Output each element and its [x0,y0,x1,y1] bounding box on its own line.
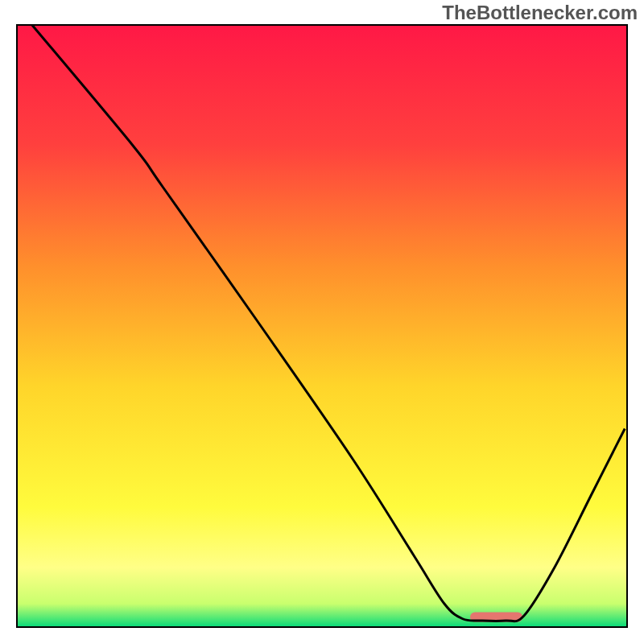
chart-container: TheBottlenecker.com [0,0,644,644]
bottleneck-chart [16,24,628,628]
watermark-text: TheBottlenecker.com [442,2,638,24]
